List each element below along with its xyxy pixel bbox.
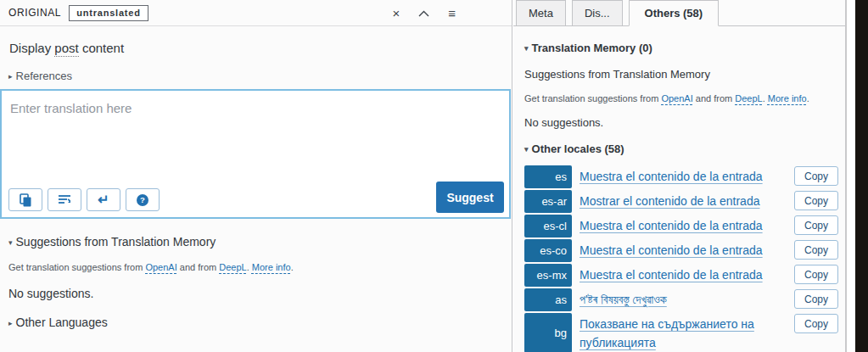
window-edge-background [855,0,868,352]
left-suggestions-area: ▾Suggestions from Translation Memory Get… [0,219,511,343]
locale-suggestion-row: es-arMostrar el contenido de la entradaC… [524,190,838,213]
no-suggestions-text: No suggestions. [8,287,502,300]
original-string: Display post content [9,41,512,55]
locale-suggestions-list: esMuestra el contenido de la entradaCopy… [524,165,838,352]
locale-translation-link[interactable]: Muestra el contenido de la entrada [580,219,763,232]
openai-link[interactable]: OpenAI [145,262,176,272]
locale-badge: es-co [524,239,572,262]
translation-memory-title: Translation Memory (0) [532,42,652,54]
copy-button[interactable]: Copy [794,215,838,235]
locale-badge: es-mx [524,264,572,287]
hint-end: . [807,93,809,103]
editor-toolbar: ↵ ? [8,188,160,211]
locale-badge: as [524,288,572,311]
locale-badge: bg [524,313,572,352]
tm-suggestions-title: Suggestions from Translation Memory [16,235,216,249]
translation-memory-toggle[interactable]: ▾Translation Memory (0) [524,42,838,54]
locale-translation-link[interactable]: Показване на съдържанието на публикацият… [580,317,754,349]
copy-original-button[interactable] [8,188,42,211]
locale-translation-link[interactable]: Muestra el contenido de la entrada [580,170,763,183]
scrollbar[interactable] [845,0,847,352]
copy-button[interactable]: Copy [794,265,838,284]
tm-suggestions-toggle[interactable]: ▾Suggestions from Translation Memory [8,235,502,249]
deepl-link[interactable]: DeepL [735,93,762,103]
other-locales-title: Other locales (58) [532,142,624,155]
hint-middle: and from [693,93,736,103]
original-text-after: content [79,41,124,55]
insert-original-icon [58,194,71,206]
disclosure-collapsed-icon: ▸ [8,72,13,81]
locale-translation: প'ষ্টৰ বিষয়বস্তু দেখুৱাওক [580,288,787,311]
suggest-button[interactable]: Suggest [436,182,504,213]
editor-panel-left: ORIGINAL untranslated × ≡ Display post c… [0,0,512,352]
locale-translation-link[interactable]: Muestra el contenido de la entrada [580,268,763,282]
locale-translation-link[interactable]: Muestra el contenido de la entrada [580,243,763,257]
hint-middle: and from [177,262,220,272]
chevron-up-icon [418,10,429,17]
editor-panel-right: Meta Dis... Others (58) ▾Translation Mem… [513,0,845,352]
copy-button[interactable]: Copy [794,240,838,260]
collapse-button[interactable] [415,8,433,19]
copy-button[interactable]: Copy [794,289,838,309]
help-button[interactable]: ? [126,188,160,211]
locale-suggestion-row: asপ'ষ্টৰ বিষয়বস্তু দেখুৱাওকCopy [524,288,838,311]
more-info-link[interactable]: More info [768,93,807,103]
tm-subtitle: Suggestions from Translation Memory [524,68,838,81]
other-locales-toggle[interactable]: ▾Other locales (58) [524,142,838,155]
hint-prefix: Get translation suggestions from [524,93,661,103]
tm-hint-text: Get translation suggestions from OpenAI … [524,93,838,103]
locale-translation: Muestra el contenido de la entrada [580,215,787,237]
hamburger-menu-icon: ≡ [448,7,456,20]
hint-end: . [291,262,294,272]
references-toggle[interactable]: ▸References [8,70,512,82]
locale-translation-link[interactable]: Mostrar el contenido de la entrada [580,194,759,208]
locale-suggestion-row: es-coMuestra el contenido de la entradaC… [524,239,838,262]
deepl-link[interactable]: DeepL [219,262,246,272]
insert-newline-button[interactable]: ↵ [87,188,120,211]
locale-translation-link[interactable]: প'ষ্টৰ বিষয়বস্তু দেখুৱাওক [580,293,667,306]
locale-translation: Muestra el contenido de la entrada [580,165,787,188]
locale-translation: Muestra el contenido de la entrada [580,239,787,262]
locale-translation: Показване на съдържанието на публикацият… [580,313,787,352]
other-languages-toggle[interactable]: ▸Other Languages [8,316,502,329]
more-info-link[interactable]: More info [252,262,291,272]
references-label: References [16,70,72,82]
copy-button[interactable]: Copy [794,314,838,333]
translation-textarea[interactable] [2,91,509,172]
hint-prefix: Get translation suggestions from [8,262,145,272]
glotpress-editor-row: ORIGINAL untranslated × ≡ Display post c… [0,0,868,352]
header-actions: × ≡ [389,0,459,26]
sidebar-content: ▾Translation Memory (0) Suggestions from… [513,26,845,352]
locale-suggestion-row: bgПоказване на съдържанието на публикаци… [524,313,838,352]
close-button[interactable]: × [389,5,403,21]
no-suggestions-text: No suggestions. [524,116,838,129]
return-key-icon: ↵ [98,193,109,207]
disclosure-open-icon: ▾ [8,238,13,247]
openai-link[interactable]: OpenAI [661,93,692,103]
copy-icon [20,193,32,207]
original-text-before: Display [9,41,54,55]
copy-button[interactable]: Copy [794,166,838,186]
help-icon: ? [136,193,149,207]
locale-badge: es-cl [524,215,572,237]
insert-original-button[interactable] [48,188,81,211]
svg-text:?: ? [140,195,145,204]
other-languages-label: Other Languages [16,316,108,329]
locale-suggestion-row: esMuestra el contenido de la entradaCopy [524,165,838,188]
translation-editor: ↵ ? Suggest [0,89,511,219]
locale-translation: Mostrar el contenido de la entrada [580,190,787,213]
status-badge: untranslated [69,5,148,21]
locale-suggestion-row: es-mxMuestra el contenido de la entradaC… [524,264,838,287]
glossary-term[interactable]: post [54,41,78,57]
disclosure-open-icon: ▾ [524,44,529,53]
sidebar-tabs: Meta Dis... Others (58) [513,0,845,26]
tm-hint-text: Get translation suggestions from OpenAI … [8,262,502,272]
menu-button[interactable]: ≡ [445,5,459,21]
locale-translation: Muestra el contenido de la entrada [580,264,787,287]
tab-discussion[interactable]: Dis... [572,0,623,25]
close-icon: × [392,7,400,20]
editor-header: ORIGINAL untranslated × ≡ [0,0,512,26]
tab-meta[interactable]: Meta [516,0,566,25]
copy-button[interactable]: Copy [794,191,838,210]
tab-others[interactable]: Others (58) [629,0,720,26]
